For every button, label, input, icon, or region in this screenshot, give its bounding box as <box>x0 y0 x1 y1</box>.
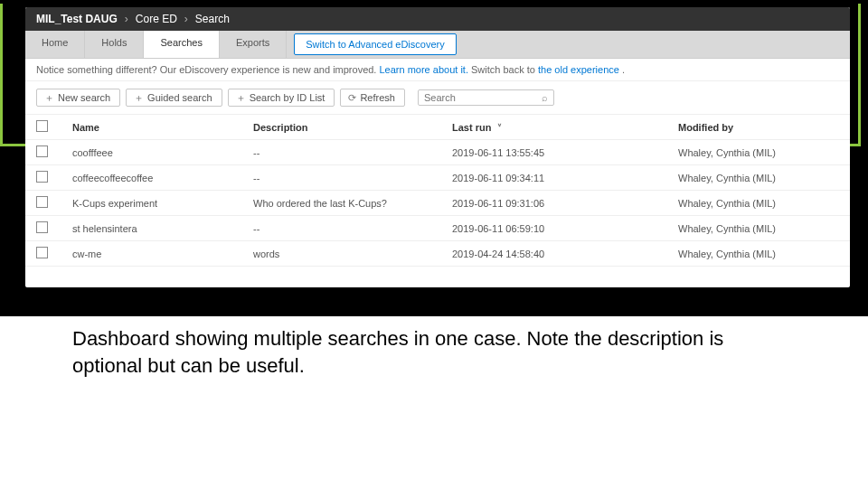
col-label: Last run <box>452 122 491 133</box>
slide-caption: Dashboard showing multiple searches in o… <box>72 325 760 379</box>
button-label: Refresh <box>360 92 395 103</box>
notice-bar: Notice something different? Our eDiscove… <box>25 59 850 81</box>
notice-text: . <box>622 64 625 75</box>
cell-description: -- <box>253 223 452 234</box>
select-all-checkbox[interactable] <box>36 120 48 132</box>
refresh-button[interactable]: ⟳ Refresh <box>340 89 405 107</box>
cell-name: st helensintera <box>72 223 253 234</box>
cell-name: K-Cups experiment <box>72 198 253 209</box>
cell-name: coofffeee <box>72 147 253 158</box>
old-experience-link[interactable]: the old experience <box>538 64 619 75</box>
table-row[interactable]: cw-me words 2019-04-24 14:58:40 Whaley, … <box>25 241 850 267</box>
guided-search-button[interactable]: ＋ Guided search <box>126 89 222 107</box>
notice-text: Notice something different? Our eDiscove… <box>36 64 379 75</box>
table-row[interactable]: st helensintera -- 2019-06-11 06:59:10 W… <box>25 216 850 241</box>
plus-icon: ＋ <box>44 93 54 103</box>
search-icon: ⌕ <box>542 92 548 103</box>
tab-searches[interactable]: Searches <box>144 31 219 58</box>
chevron-right-icon: › <box>125 13 128 25</box>
cell-description: -- <box>253 173 452 183</box>
toolbar: ＋ New search ＋ Guided search ＋ Search by… <box>25 81 850 115</box>
table-row[interactable]: coffeecoffeecoffee -- 2019-06-11 09:34:1… <box>25 165 850 191</box>
col-modified-by[interactable]: Modified by <box>678 122 839 133</box>
row-checkbox[interactable] <box>36 171 48 183</box>
cell-description: Who ordered the last K-Cups? <box>253 198 452 209</box>
grid-header: Name Description Last run ˅ Modified by <box>25 115 850 140</box>
cell-name: cw-me <box>72 249 253 259</box>
chevron-down-icon: ˅ <box>497 123 502 133</box>
cell-last-run: 2019-06-11 06:59:10 <box>452 223 678 234</box>
tab-exports[interactable]: Exports <box>220 31 287 58</box>
breadcrumb-item[interactable]: MIL_Test DAUG <box>36 13 118 25</box>
cell-name: coffeecoffeecoffee <box>72 173 253 183</box>
table-row[interactable]: coofffeee -- 2019-06-11 13:55:45 Whaley,… <box>25 140 850 165</box>
learn-more-link[interactable]: Learn more about it. <box>379 64 467 75</box>
cell-modified-by: Whaley, Cynthia (MIL) <box>678 173 839 183</box>
cell-modified-by: Whaley, Cynthia (MIL) <box>678 147 839 158</box>
row-checkbox[interactable] <box>36 221 48 233</box>
table-row[interactable]: K-Cups experiment Who ordered the last K… <box>25 191 850 216</box>
refresh-icon: ⟳ <box>348 93 356 103</box>
results-grid: Name Description Last run ˅ Modified by … <box>25 115 850 267</box>
col-last-run[interactable]: Last run ˅ <box>452 122 678 133</box>
row-checkbox[interactable] <box>36 247 48 258</box>
notice-text: Switch back to <box>471 64 538 75</box>
row-checkbox[interactable] <box>36 145 48 157</box>
cell-last-run: 2019-04-24 14:58:40 <box>452 249 678 259</box>
col-description[interactable]: Description <box>253 122 452 133</box>
cell-last-run: 2019-06-11 13:55:45 <box>452 147 678 158</box>
cell-last-run: 2019-06-11 09:34:11 <box>452 173 678 183</box>
plus-icon: ＋ <box>134 93 144 103</box>
search-input[interactable] <box>424 92 542 103</box>
cell-description: words <box>253 249 452 259</box>
breadcrumb: MIL_Test DAUG › Core ED › Search <box>25 7 850 31</box>
button-label: Search by ID List <box>250 92 326 103</box>
cell-modified-by: Whaley, Cynthia (MIL) <box>678 249 839 259</box>
col-name[interactable]: Name <box>72 122 253 133</box>
cell-modified-by: Whaley, Cynthia (MIL) <box>678 198 839 209</box>
tab-holds[interactable]: Holds <box>85 31 144 58</box>
new-search-button[interactable]: ＋ New search <box>36 89 120 107</box>
cell-last-run: 2019-06-11 09:31:06 <box>452 198 678 209</box>
chevron-right-icon: › <box>184 13 188 25</box>
button-label: New search <box>58 92 110 103</box>
search-by-id-button[interactable]: ＋ Search by ID List <box>228 89 335 107</box>
tabs: Home Holds Searches Exports Switch to Ad… <box>25 31 850 59</box>
cell-description: -- <box>253 147 452 158</box>
plus-icon: ＋ <box>236 93 246 103</box>
search-box[interactable]: ⌕ <box>418 89 554 106</box>
breadcrumb-item[interactable]: Core ED <box>136 13 177 25</box>
breadcrumb-item[interactable]: Search <box>195 13 230 25</box>
switch-advanced-link[interactable]: Switch to Advanced eDiscovery <box>294 33 456 55</box>
dashboard-card: MIL_Test DAUG › Core ED › Search Home Ho… <box>25 7 850 287</box>
button-label: Guided search <box>147 92 212 103</box>
tab-home[interactable]: Home <box>25 31 85 58</box>
cell-modified-by: Whaley, Cynthia (MIL) <box>678 223 839 234</box>
row-checkbox[interactable] <box>36 196 48 208</box>
